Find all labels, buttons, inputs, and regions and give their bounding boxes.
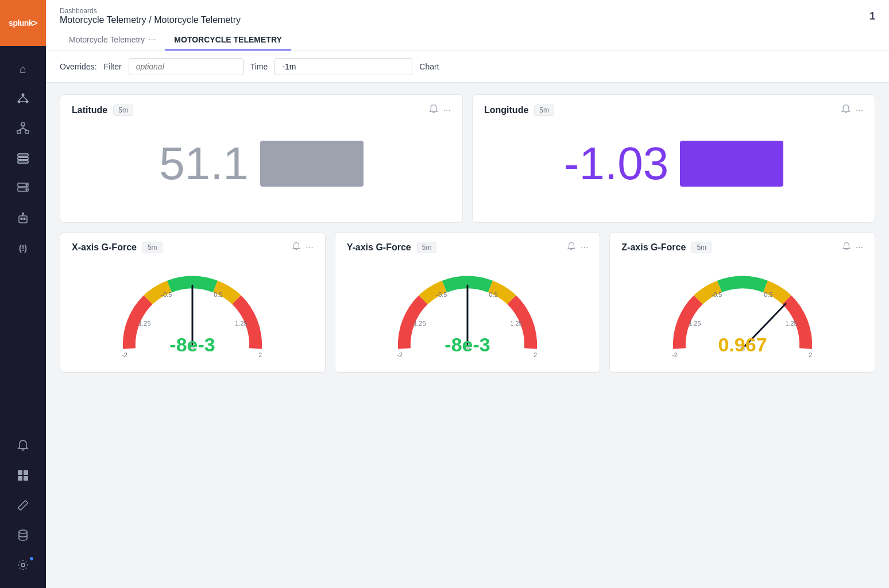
breadcrumb-current: Motorcycle Telemetry / Motorcycle Teleme… bbox=[60, 15, 241, 25]
svg-text:0.5: 0.5 bbox=[214, 291, 223, 298]
svg-text:-2: -2 bbox=[122, 351, 127, 358]
svg-rect-12 bbox=[18, 154, 28, 156]
svg-rect-19 bbox=[19, 216, 27, 223]
sidebar-item-database[interactable] bbox=[7, 521, 39, 549]
sidebar-item-settings[interactable] bbox=[7, 551, 39, 579]
x-gforce-header: X-axis G-Force 5m ··· bbox=[72, 242, 314, 253]
chart-label: Chart bbox=[419, 62, 439, 71]
time-label: Time bbox=[250, 62, 268, 71]
svg-rect-8 bbox=[25, 130, 29, 133]
sidebar: splunk> ⌂ bbox=[0, 0, 46, 588]
logo-text: splunk> bbox=[9, 18, 37, 28]
longitude-value-container: -1.03 bbox=[484, 126, 863, 213]
latitude-more-button[interactable]: ··· bbox=[443, 105, 451, 115]
svg-rect-6 bbox=[21, 123, 25, 126]
x-gforce-gauge-svg: -2 -1.25 -0.5 0.5 1.25 2 -8e-3 bbox=[112, 268, 273, 363]
svg-point-17 bbox=[26, 184, 27, 185]
z-gforce-bell-button[interactable] bbox=[842, 242, 851, 253]
tab-new-label: MOTORCYCLE TELEMETRY bbox=[174, 35, 281, 44]
home-icon: ⌂ bbox=[20, 63, 26, 76]
dashboard-icon bbox=[17, 469, 29, 482]
sidebar-nav: ⌂ bbox=[7, 46, 39, 432]
header: Dashboards Motorcycle Telemetry / Motorc… bbox=[46, 0, 889, 51]
latitude-card: Latitude 5m ··· 51.1 bbox=[60, 94, 463, 223]
svg-point-18 bbox=[26, 189, 27, 190]
latitude-bar bbox=[260, 141, 364, 187]
svg-rect-27 bbox=[24, 476, 28, 481]
svg-line-10 bbox=[19, 128, 23, 130]
z-gforce-gauge-svg: -2 -1.25 -0.5 0.5 1.25 2 0.967 bbox=[662, 268, 823, 363]
tab-new[interactable]: MOTORCYCLE TELEMETRY bbox=[165, 30, 291, 51]
svg-text:-2: -2 bbox=[397, 351, 403, 358]
hierarchy-icon bbox=[17, 122, 29, 135]
longitude-card-header: Longitude 5m ··· bbox=[484, 104, 863, 117]
z-gforce-more-button[interactable]: ··· bbox=[856, 242, 863, 253]
longitude-title: Longitude bbox=[484, 105, 528, 115]
svg-rect-7 bbox=[17, 130, 21, 133]
svg-text:1.25: 1.25 bbox=[235, 320, 248, 327]
sidebar-bottom bbox=[7, 432, 39, 588]
content: Latitude 5m ··· 51.1 bbox=[46, 83, 889, 588]
svg-point-20 bbox=[21, 218, 22, 220]
sidebar-item-hierarchy[interactable] bbox=[7, 115, 39, 142]
sidebar-item-bot[interactable] bbox=[7, 204, 39, 232]
sidebar-item-alert[interactable]: (!) bbox=[7, 234, 39, 262]
svg-text:2: 2 bbox=[534, 351, 537, 358]
svg-line-11 bbox=[23, 128, 27, 130]
x-gforce-more-button[interactable]: ··· bbox=[306, 242, 313, 253]
sidebar-item-home[interactable]: ⌂ bbox=[7, 55, 39, 83]
y-gforce-bell-icon bbox=[567, 242, 576, 251]
svg-point-23 bbox=[22, 213, 24, 214]
sidebar-item-bell[interactable] bbox=[7, 432, 39, 459]
svg-point-21 bbox=[24, 218, 25, 220]
z-gforce-bell-icon bbox=[842, 242, 851, 251]
longitude-actions: ··· bbox=[841, 104, 863, 117]
time-input[interactable] bbox=[275, 58, 412, 75]
svg-point-0 bbox=[22, 94, 25, 96]
svg-text:-2: -2 bbox=[672, 351, 678, 358]
svg-text:2: 2 bbox=[258, 351, 262, 358]
longitude-more-button[interactable]: ··· bbox=[856, 105, 863, 115]
sidebar-item-server[interactable] bbox=[7, 175, 39, 202]
sidebar-item-list[interactable] bbox=[7, 145, 39, 172]
svg-rect-28 bbox=[18, 501, 28, 510]
svg-point-30 bbox=[21, 563, 25, 567]
longitude-value: -1.03 bbox=[564, 137, 668, 190]
sidebar-item-topology[interactable] bbox=[7, 85, 39, 113]
svg-rect-25 bbox=[24, 470, 28, 475]
y-gforce-bell-button[interactable] bbox=[567, 242, 576, 253]
y-gforce-more-button[interactable]: ··· bbox=[581, 242, 588, 253]
longitude-bar bbox=[680, 141, 783, 187]
topology-icon bbox=[17, 92, 29, 105]
svg-text:-1.25: -1.25 bbox=[411, 320, 426, 327]
tab-classic[interactable]: Motorcycle Telemetry ··· bbox=[60, 30, 165, 51]
filter-input[interactable] bbox=[129, 58, 243, 75]
svg-text:0.5: 0.5 bbox=[764, 291, 772, 298]
sidebar-item-dashboards[interactable] bbox=[7, 462, 39, 489]
tab-classic-menu[interactable]: ··· bbox=[148, 34, 156, 45]
x-gforce-bell-button[interactable] bbox=[292, 242, 301, 253]
svg-point-29 bbox=[19, 530, 27, 533]
latitude-bell-button[interactable] bbox=[428, 104, 439, 117]
z-gforce-gauge: -2 -1.25 -0.5 0.5 1.25 2 0.967 bbox=[621, 262, 863, 363]
svg-text:1.25: 1.25 bbox=[785, 320, 797, 327]
svg-text:-8e-3: -8e-3 bbox=[444, 334, 490, 355]
x-gforce-card: X-axis G-Force 5m ··· bbox=[60, 232, 326, 373]
latitude-value-container: 51.1 bbox=[72, 126, 451, 213]
server-icon bbox=[17, 182, 29, 195]
y-gforce-card: Y-axis G-Force 5m ··· bbox=[335, 232, 601, 373]
sidebar-item-ruler[interactable] bbox=[7, 492, 39, 519]
svg-rect-13 bbox=[18, 157, 28, 160]
longitude-badge: 5m bbox=[534, 105, 554, 116]
x-gforce-gauge: -2 -1.25 -0.5 0.5 1.25 2 -8e-3 bbox=[72, 262, 314, 363]
longitude-bell-button[interactable] bbox=[841, 104, 851, 117]
overrides-label: Overrides: bbox=[60, 62, 97, 71]
header-page-number: 1 bbox=[869, 10, 875, 22]
splunk-logo[interactable]: splunk> bbox=[0, 0, 46, 46]
y-gforce-header: Y-axis G-Force 5m ··· bbox=[347, 242, 589, 253]
list-icon bbox=[17, 152, 29, 165]
y-gforce-gauge-svg: -2 -1.25 -0.5 0.5 1.25 2 -8e-3 bbox=[387, 268, 548, 363]
breadcrumb-parent: Dashboards bbox=[60, 7, 241, 15]
svg-text:-0.5: -0.5 bbox=[436, 291, 447, 298]
toolbar: Overrides: Filter Time Chart bbox=[46, 51, 889, 83]
